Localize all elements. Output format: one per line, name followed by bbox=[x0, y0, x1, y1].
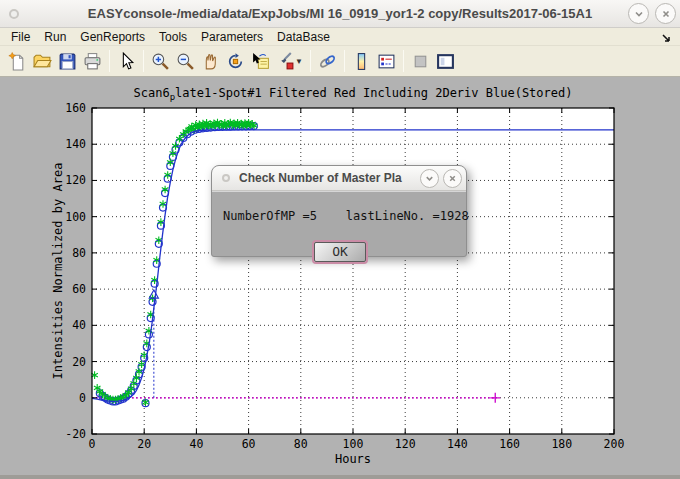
zoom-out-icon bbox=[176, 52, 195, 71]
svg-text:200: 200 bbox=[604, 437, 625, 451]
pointer-button[interactable] bbox=[114, 49, 139, 74]
show-plot-tools-icon bbox=[436, 52, 455, 71]
open-file-button[interactable] bbox=[30, 49, 55, 74]
data-cursor-icon bbox=[251, 52, 270, 71]
pan-button[interactable] bbox=[198, 49, 223, 74]
dialog-title-bar: Check Number of Master Pla bbox=[212, 166, 466, 191]
menu-database[interactable]: DataBase bbox=[270, 30, 337, 44]
svg-text:-20: -20 bbox=[65, 427, 86, 441]
svg-text:120: 120 bbox=[395, 437, 416, 451]
svg-text:100: 100 bbox=[65, 210, 86, 224]
svg-text:80: 80 bbox=[72, 246, 86, 260]
svg-text:160: 160 bbox=[65, 101, 86, 115]
plot-title: Scan6plate1-Spot#1 Filtered Red Includin… bbox=[92, 86, 614, 102]
easyconsole-window: EASYconsole-/media/data/ExpJobs/MI 16_09… bbox=[0, 0, 680, 479]
svg-text:60: 60 bbox=[242, 437, 256, 451]
window-menu-icon[interactable] bbox=[9, 9, 19, 19]
check-master-plates-dialog: Check Number of Master Pla NumberO bbox=[211, 165, 467, 257]
insert-colorbar-button[interactable] bbox=[349, 49, 374, 74]
close-icon bbox=[660, 8, 672, 20]
menu-genreports[interactable]: GenReports bbox=[73, 30, 152, 44]
pointer-icon bbox=[117, 52, 136, 71]
save-figure-button[interactable] bbox=[55, 49, 80, 74]
dialog-message: NumberOfMP =5 lastLineNo. =1928 bbox=[223, 209, 469, 223]
svg-text:20: 20 bbox=[137, 437, 151, 451]
svg-text:40: 40 bbox=[189, 437, 203, 451]
legend-icon bbox=[377, 52, 396, 71]
svg-text:Hours: Hours bbox=[335, 452, 371, 466]
brush-dropdown-caret[interactable]: ▼ bbox=[295, 57, 304, 66]
ok-button[interactable]: OK bbox=[314, 242, 366, 262]
print-figure-button[interactable] bbox=[80, 49, 105, 74]
toolbar-separator bbox=[403, 50, 404, 72]
menu-bar: File Run GenReports Tools Parameters Dat… bbox=[0, 28, 680, 46]
hide-plot-tools-icon bbox=[411, 52, 430, 71]
svg-text:140: 140 bbox=[65, 137, 86, 151]
chevron-down-icon bbox=[633, 8, 645, 20]
svg-text:120: 120 bbox=[65, 173, 86, 187]
svg-text:60: 60 bbox=[72, 282, 86, 296]
svg-text:160: 160 bbox=[499, 437, 520, 451]
data-cursor-button[interactable] bbox=[248, 49, 273, 74]
svg-text:0: 0 bbox=[89, 437, 96, 451]
title-bar: EASYconsole-/media/data/ExpJobs/MI 16_09… bbox=[0, 0, 680, 28]
close-icon bbox=[447, 173, 458, 184]
link-icon bbox=[318, 52, 337, 71]
rotate-3d-button[interactable] bbox=[223, 49, 248, 74]
zoom-in-button[interactable] bbox=[148, 49, 173, 74]
toolbar-separator bbox=[143, 50, 144, 72]
show-plot-tools-button[interactable] bbox=[433, 49, 458, 74]
svg-text:40: 40 bbox=[72, 318, 86, 332]
svg-text:140: 140 bbox=[447, 437, 468, 451]
brush-data-button[interactable]: ▼ bbox=[273, 49, 306, 74]
link-plot-button[interactable] bbox=[315, 49, 340, 74]
zoom-in-icon bbox=[151, 52, 170, 71]
toolbar-separator bbox=[310, 50, 311, 72]
printer-icon bbox=[83, 52, 102, 71]
svg-text:0: 0 bbox=[79, 391, 86, 405]
rotate-3d-icon bbox=[226, 52, 245, 71]
dialog-menu-icon[interactable] bbox=[222, 174, 230, 182]
hide-plot-tools-button[interactable] bbox=[408, 49, 433, 74]
insert-legend-button[interactable] bbox=[374, 49, 399, 74]
figure-canvas: 020406080100120140160180200-200204060801… bbox=[0, 77, 680, 475]
menu-parameters[interactable]: Parameters bbox=[194, 30, 270, 44]
close-button[interactable] bbox=[655, 3, 676, 24]
chevron-down-icon bbox=[424, 173, 435, 184]
svg-text:20: 20 bbox=[72, 355, 86, 369]
dialog-shade-button[interactable] bbox=[420, 169, 439, 188]
brush-icon bbox=[276, 52, 295, 71]
svg-text:180: 180 bbox=[551, 437, 572, 451]
colorbar-icon bbox=[352, 52, 371, 71]
svg-text:80: 80 bbox=[294, 437, 308, 451]
toolbar-separator bbox=[344, 50, 345, 72]
zoom-out-button[interactable] bbox=[173, 49, 198, 74]
detach-arrow-icon[interactable] bbox=[660, 30, 672, 48]
new-file-icon bbox=[8, 52, 27, 71]
svg-text:Intensities Normalized by Area: Intensities Normalized by Area bbox=[51, 163, 65, 380]
svg-text:100: 100 bbox=[343, 437, 364, 451]
menu-tools[interactable]: Tools bbox=[152, 30, 194, 44]
dialog-title: Check Number of Master Pla bbox=[239, 171, 418, 185]
toolbar-separator bbox=[109, 50, 110, 72]
shade-button[interactable] bbox=[628, 3, 649, 24]
open-folder-icon bbox=[33, 52, 52, 71]
window-title: EASYconsole-/media/data/ExpJobs/MI 16_09… bbox=[0, 6, 680, 21]
new-file-button[interactable] bbox=[5, 49, 30, 74]
plot-axes[interactable]: 020406080100120140160180200-200204060801… bbox=[0, 77, 680, 475]
save-icon bbox=[58, 52, 77, 71]
menu-run[interactable]: Run bbox=[37, 30, 73, 44]
dialog-close-button[interactable] bbox=[443, 169, 462, 188]
figure-toolbar: ▼ bbox=[0, 46, 680, 77]
pan-hand-icon bbox=[201, 52, 220, 71]
menu-file[interactable]: File bbox=[4, 30, 37, 44]
dialog-body: NumberOfMP =5 lastLineNo. =1928 OK bbox=[212, 191, 466, 257]
